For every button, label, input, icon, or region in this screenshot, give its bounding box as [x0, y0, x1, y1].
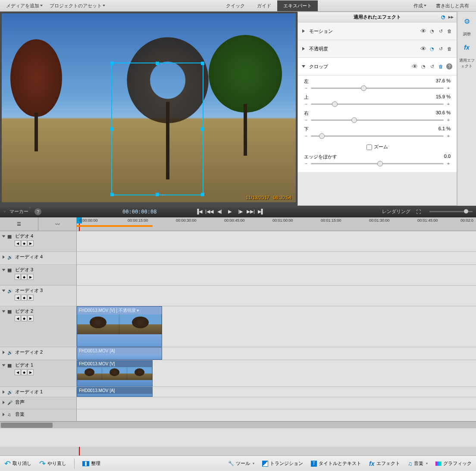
track-music[interactable]: [77, 409, 476, 421]
add-media-menu[interactable]: メディアを追加: [3, 1, 45, 11]
clip-v2[interactable]: FHD0013.MOV [V] [:不透明度 ▾: [77, 306, 162, 347]
crop-handle[interactable]: [201, 62, 204, 65]
crop-handle[interactable]: [110, 127, 114, 131]
stopwatch-icon[interactable]: [429, 46, 435, 52]
goto-in-button[interactable]: ▐◀: [194, 208, 203, 215]
panel-clock-icon[interactable]: ◔: [440, 14, 446, 20]
stopwatch-icon[interactable]: [429, 28, 435, 34]
waveform-icon[interactable]: 〰: [38, 217, 77, 231]
trash-icon[interactable]: [446, 46, 452, 52]
keyframe-controls[interactable]: ◀◆▶: [15, 369, 74, 375]
keyframe-controls[interactable]: ◀◆▶: [15, 295, 74, 301]
graphics-button[interactable]: グラフィック: [435, 460, 472, 467]
project-assets-menu[interactable]: プロジェクトのアセット: [47, 1, 108, 11]
panel-expand-icon[interactable]: ▸▸: [448, 14, 454, 20]
crop-handle[interactable]: [156, 62, 159, 65]
plus-button[interactable]: +: [446, 85, 451, 91]
collapse-icon[interactable]: [2, 289, 6, 292]
keyframe-controls[interactable]: ◀◆▶: [15, 274, 74, 280]
step-forward-button[interactable]: |▶: [236, 208, 244, 215]
create-menu[interactable]: 作成: [411, 1, 429, 11]
help-icon[interactable]: [446, 63, 452, 69]
timecode[interactable]: 00:00:00:08: [122, 209, 157, 215]
eye-icon[interactable]: [420, 28, 426, 34]
track-voice[interactable]: [77, 397, 476, 409]
keyframe-controls[interactable]: ◀◆▶: [15, 315, 74, 321]
goto-out-button[interactable]: ▶▌: [257, 208, 265, 215]
minus-button[interactable]: −: [304, 85, 308, 91]
tab-expert[interactable]: エキスパート: [277, 0, 318, 11]
timeline-zoom-slider[interactable]: [429, 211, 473, 212]
effect-crop[interactable]: クロップ: [298, 58, 457, 75]
track-v4[interactable]: [77, 231, 476, 251]
crop-handle[interactable]: [201, 127, 204, 131]
adjust-icon[interactable]: ⚙: [461, 15, 473, 27]
fit-button[interactable]: ⛶: [414, 208, 423, 215]
eye-icon[interactable]: [412, 63, 418, 69]
minus-button[interactable]: −: [304, 133, 308, 138]
reset-icon[interactable]: [438, 28, 444, 34]
collapse-icon[interactable]: [2, 364, 6, 366]
keyframe-controls[interactable]: ◀◆▶: [15, 240, 74, 246]
render-button[interactable]: レンダリング: [382, 208, 410, 215]
track-a1[interactable]: FHD0013.MOV [A]: [77, 387, 476, 397]
tools-menu[interactable]: ツール: [228, 460, 254, 467]
chevron-down-icon[interactable]: [3, 211, 6, 213]
stopwatch-icon[interactable]: [420, 63, 426, 69]
clip-v1[interactable]: FHD0013.MOV [V]: [77, 360, 153, 386]
organize-button[interactable]: 整理: [82, 460, 100, 467]
track-v1[interactable]: FHD0013.MOV [V]: [77, 360, 476, 386]
preview-image[interactable]: 11/13/201708:30:54: [2, 13, 296, 202]
effects-button[interactable]: fxエフェクト: [369, 460, 400, 467]
trash-icon[interactable]: [446, 28, 452, 34]
clip-a1[interactable]: FHD0013.MOV [A]: [77, 387, 153, 397]
help-icon[interactable]: ?: [34, 208, 41, 215]
track-v3[interactable]: [77, 265, 476, 285]
crop-bottom-slider[interactable]: [311, 135, 444, 137]
effect-motion[interactable]: モーション: [298, 22, 457, 40]
crop-handle[interactable]: [110, 62, 114, 65]
expand-icon[interactable]: [3, 401, 5, 404]
fx-icon[interactable]: fx: [461, 41, 473, 53]
crop-handle[interactable]: [110, 193, 114, 196]
step-back-button[interactable]: ◀|: [215, 208, 224, 215]
redo-button[interactable]: やり直し: [39, 459, 66, 468]
collapse-icon[interactable]: [2, 235, 6, 237]
reset-icon[interactable]: [429, 63, 435, 69]
crop-left-slider[interactable]: [311, 88, 444, 89]
goto-end-button[interactable]: ▶▶|: [246, 208, 255, 215]
plus-button[interactable]: +: [446, 117, 451, 122]
crop-handle[interactable]: [201, 193, 204, 196]
undo-button[interactable]: 取り消し: [4, 459, 31, 468]
goto-start-button[interactable]: |◀◀: [205, 208, 213, 215]
music-menu[interactable]: 音楽: [408, 460, 428, 467]
plus-button[interactable]: +: [446, 101, 451, 107]
trash-icon[interactable]: [438, 63, 444, 69]
effect-opacity[interactable]: 不透明度: [298, 40, 457, 58]
minus-button[interactable]: −: [304, 161, 308, 166]
tab-quick[interactable]: クイック: [220, 0, 251, 11]
expand-icon[interactable]: [3, 351, 5, 354]
titles-button[interactable]: Tタイトルとテキスト: [311, 460, 361, 467]
expand-icon[interactable]: [3, 255, 5, 259]
track-a4[interactable]: [77, 252, 476, 264]
clip-a2[interactable]: FHD0013.MOV [A]: [77, 347, 162, 360]
zoom-checkbox[interactable]: [366, 144, 372, 150]
horizontal-scrollbar[interactable]: [0, 421, 476, 428]
crop-handle[interactable]: [156, 193, 159, 196]
expand-icon[interactable]: [3, 390, 5, 394]
eye-icon[interactable]: [420, 46, 426, 52]
minus-button[interactable]: −: [304, 101, 308, 107]
edge-feather-slider[interactable]: [311, 163, 444, 164]
track-v2[interactable]: FHD0013.MOV [V] [:不透明度 ▾: [77, 306, 476, 347]
collapse-icon[interactable]: [2, 269, 6, 271]
expand-icon[interactable]: [3, 413, 5, 416]
plus-button[interactable]: +: [446, 161, 451, 166]
marker-menu[interactable]: マーカー: [9, 208, 31, 215]
plus-button[interactable]: +: [446, 133, 451, 138]
track-a2[interactable]: FHD0013.MOV [A]: [77, 347, 476, 360]
tab-guided[interactable]: ガイド: [251, 0, 277, 11]
timeline-menu-icon[interactable]: ☰: [0, 217, 38, 231]
play-button[interactable]: ▶: [225, 208, 234, 215]
minus-button[interactable]: −: [304, 117, 308, 122]
